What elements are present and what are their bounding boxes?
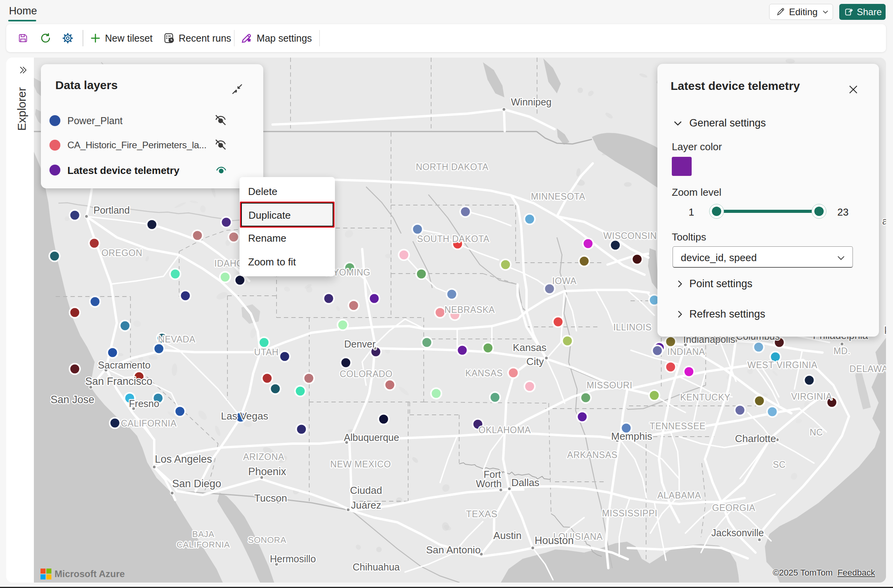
svg-text:Jacksonville: Jacksonville	[712, 527, 764, 538]
svg-text:NEW MEXICO: NEW MEXICO	[330, 459, 391, 469]
svg-text:NEBRASKA: NEBRASKA	[444, 305, 495, 315]
svg-text:Dallas: Dallas	[511, 477, 539, 488]
svg-text:Houston: Houston	[535, 535, 574, 546]
svg-text:SOUTH DAKOTA: SOUTH DAKOTA	[417, 234, 490, 244]
svg-text:VIRGINIA: VIRGINIA	[791, 391, 832, 402]
svg-text:Los Angeles: Los Angeles	[155, 453, 212, 465]
svg-text:BAJA: BAJA	[192, 529, 214, 539]
svg-text:Chihuahua: Chihuahua	[353, 562, 400, 572]
svg-text:ALABAMA: ALABAMA	[657, 490, 701, 500]
svg-text:CALIFORNIA: CALIFORNIA	[176, 540, 230, 549]
svg-text:k: k	[884, 325, 886, 336]
svg-text:San Antonio: San Antonio	[426, 544, 481, 556]
svg-text:Phoenix: Phoenix	[248, 466, 286, 477]
svg-text:TENNESSEE: TENNESSEE	[650, 421, 706, 431]
svg-text:OREGON: OREGON	[101, 248, 142, 258]
svg-text:Kansas: Kansas	[513, 342, 547, 353]
svg-text:OKLAHOMA: OKLAHOMA	[479, 425, 531, 435]
svg-text:Albuquerque: Albuquerque	[344, 432, 399, 443]
svg-text:DELAWARE: DELAWARE	[849, 364, 886, 374]
svg-text:Denver: Denver	[344, 339, 376, 349]
svg-text:ILLINOIS: ILLINOIS	[613, 322, 652, 332]
svg-text:San Diego: San Diego	[172, 478, 221, 490]
svg-text:WEST VIRGINIA: WEST VIRGINIA	[747, 360, 817, 370]
svg-text:Winnipeg: Winnipeg	[511, 97, 551, 107]
svg-text:NORTH DAKOTA: NORTH DAKOTA	[416, 162, 489, 172]
svg-text:CALIFORNIA: CALIFORNIA	[121, 418, 176, 428]
svg-text:San Jose: San Jose	[51, 394, 95, 405]
svg-text:San Francisco: San Francisco	[85, 376, 153, 387]
svg-text:TEXAS: TEXAS	[466, 509, 497, 519]
svg-text:KENTUCKY: KENTUCKY	[680, 392, 730, 402]
svg-text:City: City	[527, 356, 544, 367]
svg-text:ARKANSAS: ARKANSAS	[567, 450, 617, 460]
svg-text:MISSOURI: MISSOURI	[587, 380, 632, 390]
svg-text:Hermosillo: Hermosillo	[270, 553, 316, 564]
svg-text:Memphis: Memphis	[611, 430, 652, 442]
svg-text:Sacramento: Sacramento	[98, 360, 151, 370]
svg-text:WISCONSIN: WISCONSIN	[603, 231, 657, 241]
svg-text:ARIZONA: ARIZONA	[243, 452, 284, 462]
svg-text:SC: SC	[773, 460, 786, 470]
svg-text:Portland: Portland	[93, 205, 130, 216]
svg-text:INDIANA: INDIANA	[668, 347, 705, 357]
svg-text:Austin: Austin	[493, 530, 521, 541]
svg-text:IOWA: IOWA	[552, 276, 577, 286]
svg-text:MD.: MD.	[833, 346, 851, 356]
svg-text:NC: NC	[810, 427, 823, 437]
svg-text:Las Vegas: Las Vegas	[221, 410, 268, 422]
svg-text:Ciudad: Ciudad	[350, 484, 382, 496]
svg-text:GEORGIA: GEORGIA	[712, 503, 756, 513]
svg-text:SONORA: SONORA	[248, 535, 286, 545]
svg-text:Worth: Worth	[476, 478, 502, 489]
svg-text:Tucson: Tucson	[254, 492, 287, 504]
svg-text:Charlotte: Charlotte	[735, 433, 776, 444]
svg-text:NEVADA: NEVADA	[158, 334, 196, 344]
svg-text:MINNESOTA: MINNESOTA	[531, 191, 585, 202]
svg-text:COLORADO: COLORADO	[340, 369, 393, 379]
svg-text:Juárez: Juárez	[351, 499, 381, 511]
svg-text:MISSISSIPPI: MISSISSIPPI	[602, 508, 657, 518]
svg-text:Fresno: Fresno	[129, 398, 159, 409]
svg-text:av: av	[882, 215, 886, 227]
svg-text:KANSAS: KANSAS	[465, 368, 503, 378]
svg-text:UTAH: UTAH	[254, 347, 279, 357]
